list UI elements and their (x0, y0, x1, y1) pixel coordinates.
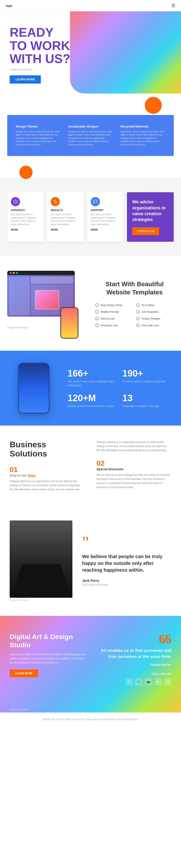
feature-item-0: Design Trends Sample text. Click to sele… (12, 122, 65, 149)
business-disc-num-0: 02 (97, 459, 171, 467)
template-feature-6: Excepteur sint (95, 323, 133, 327)
check-circle-4 (95, 317, 99, 320)
strategy-contact-button[interactable]: CONTACT US (132, 227, 159, 235)
template-feature-2: Mobile-Friendly (95, 310, 133, 313)
template-feature-5: Unique Designs (136, 317, 174, 320)
strategy-card-2: SUPPORT Duis aute irure dolor in reprehe… (87, 192, 123, 242)
art-content: Digital Art & Design Studio Duis aute ir… (10, 633, 171, 685)
stat-value-0: 166+ (68, 368, 116, 379)
strategy-card-1: RESULTS Duis aute irure dolor in reprehe… (47, 192, 83, 242)
quote-author: Jack Perry (82, 579, 171, 583)
art-quote-mark: 66 (95, 633, 171, 645)
templates-inner: Image from Freepik Start With Beautiful … (7, 271, 174, 336)
art-right: 66 Art enables us to find ourselves and … (95, 633, 171, 685)
business-subtitle-0: Easy to Use Tools (10, 474, 84, 477)
strategy-card-title-0: STRATEGY (11, 209, 40, 212)
stat-item-0: 166+ Our current team count, vulputate e… (68, 368, 116, 387)
business-number-0: 01 Easy to Use Tools Strategic planning … (10, 465, 84, 492)
stats-grid: 166+ Our current team count, vulputate e… (68, 368, 171, 408)
phone-mockup (60, 307, 78, 339)
strategy-icon-2 (91, 197, 100, 206)
features-section: Design Trends Sample text. Click to sele… (0, 103, 181, 173)
social-icon-facebook[interactable]: f (125, 678, 133, 685)
art-quote-text: Art enables us to find ourselves and los… (95, 648, 171, 659)
template-feature-4: Easy-to-use (95, 317, 133, 320)
tablet-mockup (35, 290, 59, 309)
stat-desc-3: Languages available in the app (122, 404, 171, 408)
feature-title-0: Design Trends (16, 125, 61, 128)
social-icon-youtube[interactable]: ▶ (154, 678, 162, 685)
hero-content: READY TO WORK WITH US? Images from Freep… (10, 26, 92, 84)
check-circle-7 (136, 323, 140, 327)
template-feature-7: Duis aute irure (136, 323, 174, 327)
quote-photo-credit: Image from Freepik (10, 599, 72, 601)
strategy-card-more-2[interactable]: MORE (91, 228, 119, 231)
hero-learn-more-button[interactable]: LEARN MORE (10, 75, 41, 84)
logo: logo (6, 4, 12, 7)
feature-title-1: Sustainable designs (68, 125, 113, 128)
business-left: Business Solutions 01 Easy to Use Tools … (10, 440, 84, 492)
feature-title-2: Recycled Materials (120, 125, 165, 128)
social-icon-twitter[interactable]: 🐦 (135, 678, 142, 685)
art-learn-more-button[interactable]: LEARN MORE (10, 670, 38, 677)
strategy-card-text-1: Duis aute irure dolor in reprehenderit i… (51, 213, 79, 226)
quote-photo-container: Image from Freepik (10, 521, 72, 601)
strategy-card-title-2: SUPPORT (91, 209, 119, 212)
hero-title: READY TO WORK WITH US? (10, 26, 92, 65)
templates-section: Image from Freepik Start With Beautiful … (0, 256, 181, 351)
business-title: Business Solutions (10, 440, 84, 458)
stat-desc-2: Installs, around the world within 4 year… (68, 404, 116, 408)
business-disc-title-0: Special Discounts (97, 467, 171, 471)
strategy-card-more-1[interactable]: MORE (51, 228, 79, 231)
stat-item-2: 120+M Installs, around the world within … (68, 393, 116, 408)
templates-title: Start With Beautiful Website Templates (95, 280, 174, 297)
stat-desc-0: Our current team count, vulputate enim n… (68, 380, 116, 387)
business-disc-text-0: We can help you to boost engagement with… (97, 473, 171, 489)
quote-content: " We believe that people can be truly ha… (82, 536, 171, 586)
business-right: Strategic planning is an organization's … (97, 440, 171, 492)
check-circle-3 (136, 310, 140, 313)
social-icons-row: f 🐦 📷 ▶ in (95, 678, 171, 685)
strategy-card-title-1: RESULTS (51, 209, 79, 212)
stat-item-1: 190+ Countries where OurApp is available (122, 368, 171, 387)
check-circle-2 (95, 310, 99, 313)
strategy-icon-1 (51, 197, 60, 206)
business-section: Business Solutions 01 Easy to Use Tools … (0, 426, 181, 506)
strategy-section: STRATEGY Duis aute irure dolor in repreh… (0, 178, 181, 256)
quote-role: CEO and Co-Founder (82, 583, 171, 586)
navbar: logo ☰ (0, 0, 181, 11)
quote-text: We believe that people can be truly happ… (82, 553, 171, 574)
feature-item-2: Recycled Materials Sample text. Click to… (116, 122, 169, 149)
templates-content: Start With Beautiful Website Templates E… (95, 280, 174, 327)
art-social: FOLLOW US f 🐦 📷 ▶ in (95, 672, 171, 685)
stats-phone-container (10, 363, 58, 413)
stat-desc-1: Countries where OurApp is available (122, 380, 171, 383)
business-right-item-0: 02 Special Discounts We can help you to … (97, 459, 171, 489)
orange-circle-top (145, 97, 162, 114)
strategy-card-0: STRATEGY Duis aute irure dolor in repreh… (7, 192, 43, 242)
quote-section: Image from Freepik " We believe that peo… (0, 506, 181, 616)
hamburger-icon[interactable]: ☰ (171, 3, 175, 8)
hero-image-credit: Images from Freepik (10, 68, 92, 71)
check-circle-0 (95, 303, 99, 307)
social-icon-instagram[interactable]: 📷 (145, 678, 152, 685)
business-right-intro: Strategic planning is an organization's … (97, 440, 171, 452)
template-feature-1: No Coding (136, 303, 174, 307)
strategy-card-text-0: Duis aute irure dolor in reprehenderit i… (11, 213, 40, 226)
stats-section: 166+ Our current team count, vulputate e… (0, 351, 181, 426)
footer-text: Sample text. Click to select the text bo… (7, 717, 174, 721)
strategy-card-more-0[interactable]: MORE (11, 228, 40, 231)
template-feature-3: 10k Templates (136, 310, 174, 313)
business-grid: Business Solutions 01 Easy to Use Tools … (10, 440, 171, 492)
social-icon-linkedin[interactable]: in (164, 678, 171, 685)
business-text-0: Strategic planning is an organization's … (10, 479, 84, 492)
stat-item-3: 13 Languages available in the app (122, 393, 171, 408)
feature-text-2: Sample text. Click to select the text bo… (120, 130, 165, 147)
feature-item-1: Sustainable designs Sample text. Click t… (65, 122, 117, 149)
strategy-icon-0 (11, 197, 20, 206)
art-image-credit: Image from Freepik (10, 708, 29, 711)
features-grid: Design Trends Sample text. Click to sele… (7, 115, 174, 156)
quote-photo (10, 521, 72, 598)
stat-value-3: 13 (122, 393, 171, 403)
check-circle-5 (136, 317, 140, 320)
